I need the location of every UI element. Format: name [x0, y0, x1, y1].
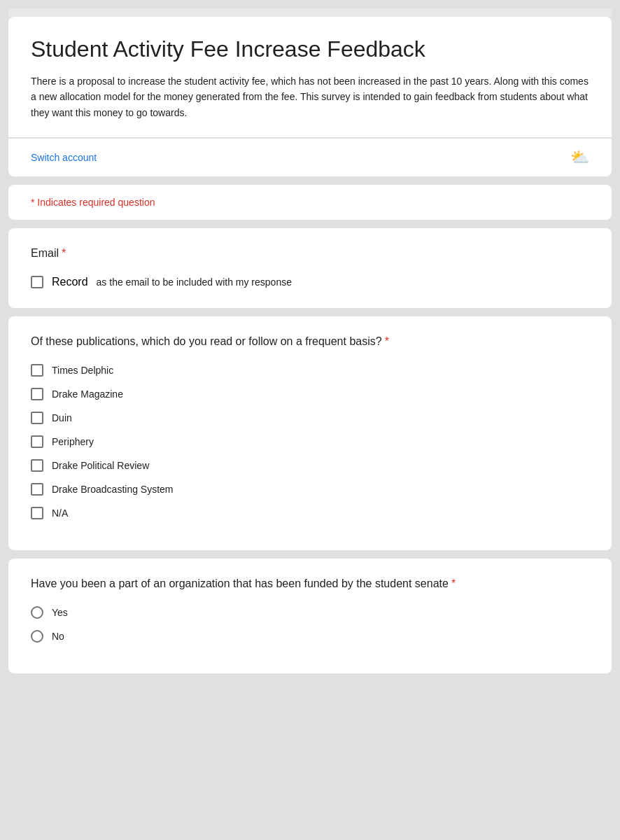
required-star-senate: * [451, 578, 456, 589]
publication-option-0[interactable]: Times Delphic [31, 364, 589, 377]
publication-option-3[interactable]: Periphery [31, 435, 589, 448]
header-card: Student Activity Fee Increase Feedback T… [8, 17, 612, 176]
pub-label-2[interactable]: Duin [52, 412, 72, 424]
senate-question-card: Have you been a part of an organization … [8, 559, 612, 673]
senate-label-yes[interactable]: Yes [52, 607, 68, 618]
publications-question-label: Of these publications, which do you read… [31, 333, 589, 350]
senate-label-no[interactable]: No [52, 631, 64, 642]
publication-option-6[interactable]: N/A [31, 507, 589, 519]
email-checkbox-row: Record as the email to be included with … [31, 276, 589, 288]
pub-label-0[interactable]: Times Delphic [52, 365, 113, 376]
publication-option-5[interactable]: Drake Broadcasting System [31, 483, 589, 496]
required-star-pubs: * [385, 335, 389, 347]
email-question-card: Email* Record as the email to be include… [8, 228, 612, 308]
senate-radio-no[interactable] [31, 630, 43, 643]
senate-radio-yes[interactable] [31, 606, 43, 619]
email-checkbox[interactable] [31, 276, 43, 288]
pub-checkbox-1[interactable] [31, 388, 43, 400]
pub-checkbox-0[interactable] [31, 364, 43, 377]
pub-label-3[interactable]: Periphery [52, 436, 94, 447]
required-star: * [62, 247, 66, 259]
pub-label-4[interactable]: Drake Political Review [52, 460, 149, 471]
email-question-label: Email* [31, 245, 589, 262]
pub-label-1[interactable]: Drake Magazine [52, 388, 123, 400]
senate-option-yes[interactable]: Yes [31, 606, 589, 619]
form-description: There is a proposal to increase the stud… [31, 74, 589, 120]
required-notice-card: * Indicates required question [8, 185, 612, 220]
switch-account-link[interactable]: Switch account [31, 152, 97, 163]
publications-question-card: Of these publications, which do you read… [8, 316, 612, 550]
pub-checkbox-6[interactable] [31, 507, 43, 519]
pub-label-5[interactable]: Drake Broadcasting System [52, 484, 174, 495]
email-suffix-text: as the email to be included with my resp… [97, 276, 292, 288]
switch-account-bar: Switch account ⛅ [8, 138, 612, 176]
senate-question-label: Have you been a part of an organization … [31, 575, 589, 592]
top-accent-bar [8, 8, 612, 17]
publication-option-4[interactable]: Drake Political Review [31, 459, 589, 472]
pub-checkbox-3[interactable] [31, 435, 43, 448]
pub-checkbox-4[interactable] [31, 459, 43, 472]
pub-checkbox-5[interactable] [31, 483, 43, 496]
required-notice: * Indicates required question [31, 197, 155, 208]
email-checkbox-label[interactable]: Record [52, 276, 88, 288]
publication-option-1[interactable]: Drake Magazine [31, 388, 589, 400]
pub-checkbox-2[interactable] [31, 412, 43, 424]
pub-label-6[interactable]: N/A [52, 507, 68, 519]
senate-option-no[interactable]: No [31, 630, 589, 643]
form-title: Student Activity Fee Increase Feedback [31, 36, 589, 62]
cloud-icon[interactable]: ⛅ [570, 148, 589, 167]
publication-option-2[interactable]: Duin [31, 412, 589, 424]
